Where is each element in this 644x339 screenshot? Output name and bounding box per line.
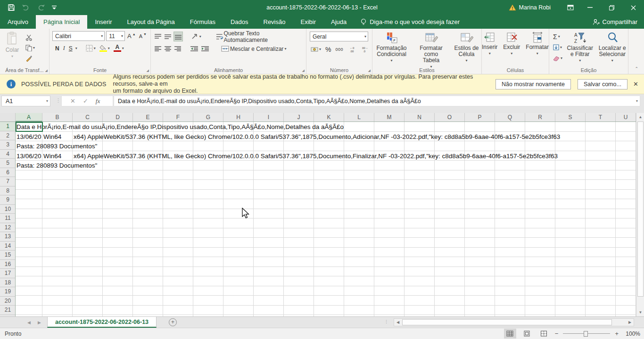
redo-icon[interactable] bbox=[37, 4, 45, 11]
accounting-format-button[interactable]: ▾ bbox=[310, 44, 322, 54]
cell-C2[interactable]: x64) AppleWebKit/537.36 (KHTML, like Gec… bbox=[74, 132, 560, 142]
zoom-slider[interactable] bbox=[563, 329, 610, 339]
scroll-up-icon[interactable]: ▲ bbox=[636, 113, 644, 121]
tab-pagina-inicial[interactable]: Página Inicial bbox=[36, 15, 87, 29]
row-header-4[interactable]: 4 bbox=[0, 150, 16, 159]
cell-A2[interactable]: 13/06/202 bbox=[17, 132, 41, 142]
row-header-15[interactable]: 15 bbox=[0, 250, 16, 260]
row-header-6[interactable]: 6 bbox=[0, 168, 16, 178]
align-top-button[interactable] bbox=[154, 32, 162, 41]
vertical-scrollbar[interactable]: ▲ ▼ bbox=[636, 113, 644, 316]
normal-view-button[interactable] bbox=[504, 329, 516, 339]
font-size-combo[interactable]: 11▾ bbox=[106, 31, 125, 41]
column-header-G[interactable]: G bbox=[193, 113, 223, 121]
cell-A1[interactable]: Data e HorÃ¡rio,E-mail do usuÃ¡rio,Ender… bbox=[17, 122, 344, 132]
scroll-left-icon[interactable]: ◀ bbox=[394, 319, 402, 326]
zoom-out-icon[interactable]: − bbox=[555, 330, 559, 337]
name-box[interactable]: A1▾ bbox=[1, 96, 50, 106]
column-header-J[interactable]: J bbox=[284, 113, 314, 121]
increase-decimal-button[interactable]: ←0,00 bbox=[349, 44, 359, 54]
column-header-T[interactable]: T bbox=[586, 113, 616, 121]
number-format-combo[interactable]: Geral▾ bbox=[310, 32, 368, 41]
horizontal-scrollbar[interactable]: ◀ ▶ bbox=[394, 318, 634, 326]
increase-indent-button[interactable] bbox=[200, 44, 210, 54]
sheet-tab-active[interactable]: account-1875-2022-06-2022-06-13 bbox=[47, 317, 157, 328]
column-header-I[interactable]: I bbox=[254, 113, 284, 121]
page-break-view-button[interactable] bbox=[538, 329, 550, 339]
zoom-level[interactable]: 100% bbox=[623, 331, 640, 337]
row-header-18[interactable]: 18 bbox=[0, 278, 16, 288]
align-bottom-button[interactable] bbox=[173, 32, 183, 41]
ribbon-display-options-icon[interactable] bbox=[562, 0, 579, 15]
row-header-3[interactable]: 3 bbox=[0, 140, 16, 150]
decrease-indent-button[interactable] bbox=[190, 44, 199, 54]
column-header-C[interactable]: C bbox=[73, 113, 103, 121]
format-painter-button[interactable] bbox=[25, 53, 36, 63]
cell-C4[interactable]: x64) AppleWebKit/537.36 (KHTML, like Gec… bbox=[74, 152, 558, 161]
column-header-H[interactable]: H bbox=[223, 113, 254, 121]
select-all-corner[interactable] bbox=[0, 113, 16, 121]
paste-button[interactable]: Colar ▾ bbox=[0, 31, 25, 63]
row-header-1[interactable]: 1 bbox=[0, 122, 16, 131]
alignment-dialog-launcher[interactable]: ◢ bbox=[302, 69, 305, 73]
column-header-Q[interactable]: Q bbox=[495, 113, 525, 121]
cell-B2[interactable]: Win64 bbox=[43, 132, 61, 142]
bold-button[interactable]: N bbox=[54, 43, 60, 53]
column-header-U[interactable]: U bbox=[616, 113, 636, 121]
scroll-down-icon[interactable]: ▼ bbox=[636, 308, 644, 316]
column-header-L[interactable]: L bbox=[344, 113, 374, 121]
undo-icon[interactable] bbox=[22, 4, 30, 11]
column-header-S[interactable]: S bbox=[555, 113, 586, 121]
tab-exibir[interactable]: Exibir bbox=[293, 15, 323, 29]
row-header-20[interactable]: 20 bbox=[0, 297, 16, 306]
tab-revisao[interactable]: Revisão bbox=[256, 15, 293, 29]
new-sheet-button[interactable]: + bbox=[169, 318, 177, 326]
cell-A5[interactable]: Pasta: 280893 Documentos" bbox=[17, 161, 97, 170]
align-left-button[interactable] bbox=[154, 44, 162, 54]
dont-show-again-button[interactable]: Não mostrar novamente bbox=[495, 79, 571, 89]
column-header-P[interactable]: P bbox=[465, 113, 495, 121]
horizontal-scroll-thumb[interactable] bbox=[402, 319, 612, 325]
customize-qat-icon[interactable] bbox=[52, 5, 57, 10]
row-header-12[interactable]: 12 bbox=[0, 223, 16, 233]
minimize-button[interactable] bbox=[579, 0, 601, 15]
row-header-5[interactable]: 5 bbox=[0, 159, 16, 168]
column-header-D[interactable]: D bbox=[103, 113, 133, 121]
expand-formula-bar-icon[interactable]: ▾ bbox=[636, 99, 638, 103]
column-header-B[interactable]: B bbox=[42, 113, 73, 121]
align-middle-button[interactable] bbox=[164, 32, 172, 41]
autosum-button[interactable]: Σ▾ bbox=[552, 32, 563, 41]
borders-button[interactable]: ▾ bbox=[85, 43, 97, 53]
column-header-A[interactable]: A bbox=[16, 113, 42, 121]
column-header-N[interactable]: N bbox=[405, 113, 435, 121]
tab-inserir[interactable]: Inserir bbox=[87, 15, 119, 29]
orientation-button[interactable]: ▾ bbox=[190, 32, 202, 41]
column-header-R[interactable]: R bbox=[525, 113, 555, 121]
increase-font-button[interactable]: A▲ bbox=[126, 31, 137, 41]
column-header-O[interactable]: O bbox=[435, 113, 465, 121]
italic-button[interactable]: I bbox=[62, 43, 66, 53]
row-header-21[interactable]: 21 bbox=[0, 306, 16, 315]
cell-A3[interactable]: Pasta: 280893 Documentos" bbox=[17, 142, 97, 151]
copy-button[interactable]: ▾ bbox=[25, 43, 36, 53]
column-header-M[interactable]: M bbox=[374, 113, 405, 121]
next-sheet-icon[interactable]: ▶ bbox=[38, 317, 41, 328]
prev-sheet-icon[interactable]: ◀ bbox=[27, 317, 31, 328]
row-header-10[interactable]: 10 bbox=[0, 205, 16, 214]
row-header-17[interactable]: 17 bbox=[0, 269, 16, 278]
insert-function-icon[interactable]: fx bbox=[96, 97, 100, 105]
save-as-button[interactable]: Salvar como... bbox=[578, 79, 627, 89]
row-header-8[interactable]: 8 bbox=[0, 186, 16, 196]
row-header-2[interactable]: 2 bbox=[0, 131, 16, 141]
tab-formulas[interactable]: Fórmulas bbox=[182, 15, 223, 29]
formula-input[interactable]: Data e HorÃ¡rio,E-mail do usuÃ¡rio,Ender… bbox=[114, 96, 640, 106]
column-header-F[interactable]: F bbox=[163, 113, 193, 121]
row-header-11[interactable]: 11 bbox=[0, 214, 16, 223]
row-header-16[interactable]: 16 bbox=[0, 260, 16, 269]
fill-button[interactable]: ▾ bbox=[552, 42, 563, 52]
row-header-19[interactable]: 19 bbox=[0, 287, 16, 297]
row-header-9[interactable]: 9 bbox=[0, 195, 16, 205]
tab-splitter-handle[interactable]: ⋮ bbox=[384, 319, 388, 324]
clear-button[interactable]: ▾ bbox=[552, 53, 563, 63]
decrease-font-button[interactable]: A▼ bbox=[138, 31, 148, 41]
